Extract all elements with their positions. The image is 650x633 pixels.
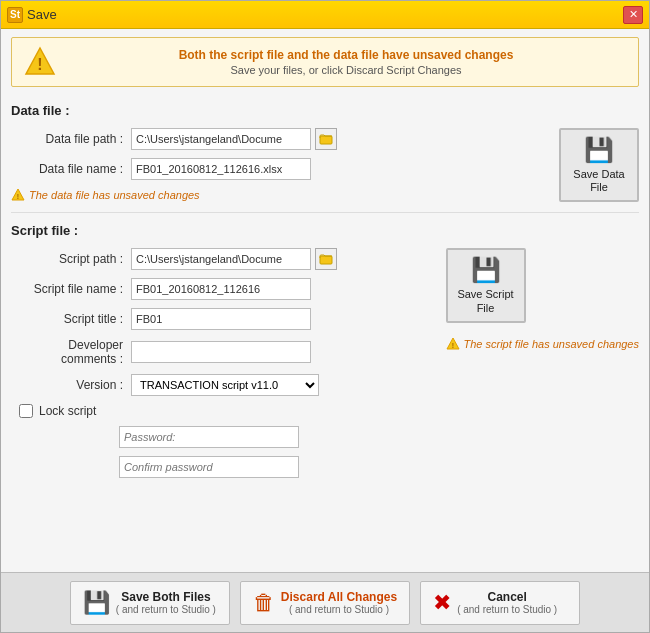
script-title-input[interactable] [131, 308, 311, 330]
version-select[interactable]: TRANSACTION script v11.0TRANSACTION scri… [131, 374, 319, 396]
save-data-file-button[interactable]: 💾 Save Data File [559, 128, 639, 202]
lock-script-row: Lock script [11, 404, 436, 418]
content-area: Data file : Data file path : [1, 95, 649, 572]
lock-script-checkbox[interactable] [19, 404, 33, 418]
confirm-password-row [19, 456, 436, 478]
script-filename-label: Script file name : [11, 282, 131, 296]
save-script-icon: 💾 [471, 256, 501, 284]
lock-script-label[interactable]: Lock script [39, 404, 96, 418]
folder-icon [319, 132, 333, 146]
save-both-main: Save Both Files [116, 590, 216, 604]
script-unsaved-text: The script file has unsaved changes [464, 338, 640, 350]
warning-icon: ! [24, 46, 56, 78]
svg-rect-2 [320, 136, 332, 144]
save-both-sub: ( and return to Studio ) [116, 604, 216, 615]
discard-main: Discard All Changes [281, 590, 397, 604]
data-section-title: Data file : [11, 103, 639, 118]
data-section-body: Data file path : Data f [11, 128, 639, 202]
script-title-label: Script title : [11, 312, 131, 326]
script-title-row: Script title : [11, 308, 436, 330]
confirm-password-input[interactable] [119, 456, 299, 478]
dev-comments-row: Developer comments : [11, 338, 436, 366]
data-unsaved-text: The data file has unsaved changes [29, 189, 200, 201]
svg-rect-5 [320, 256, 332, 264]
svg-text:!: ! [37, 56, 42, 73]
data-name-label: Data file name : [11, 162, 131, 176]
data-unsaved-warning: ! The data file has unsaved changes [11, 188, 549, 202]
script-warning-icon: ! [446, 337, 460, 351]
title-bar: St Save ✕ [1, 1, 649, 29]
script-form-fields: Script path : Script fi [11, 248, 436, 486]
app-icon: St [7, 7, 23, 23]
window-title: Save [27, 7, 57, 22]
version-label: Version : [11, 378, 131, 392]
script-save-column: 💾 Save Script File ! The script file has… [446, 248, 640, 486]
save-script-label: Save Script File [457, 288, 513, 314]
save-data-icon: 💾 [584, 136, 614, 164]
data-path-row: Data file path : [11, 128, 549, 150]
script-section-title: Script file : [11, 223, 639, 238]
svg-text:!: ! [451, 342, 453, 349]
confirm-password-input-wrap [119, 456, 436, 478]
password-row [19, 426, 436, 448]
warning-subtitle: Save your files, or click Discard Script… [230, 64, 461, 76]
close-button[interactable]: ✕ [623, 6, 643, 24]
data-warning-icon: ! [11, 188, 25, 202]
script-filename-input-wrap [131, 278, 436, 300]
dev-comments-input-wrap [131, 341, 436, 363]
save-both-icon: 💾 [83, 590, 110, 616]
footer: 💾 Save Both Files ( and return to Studio… [1, 572, 649, 632]
data-path-label: Data file path : [11, 132, 131, 146]
dev-comments-input[interactable] [131, 341, 311, 363]
svg-text:!: ! [17, 193, 19, 200]
script-file-section: Script file : Script path : [11, 223, 639, 496]
discard-all-button[interactable]: 🗑 Discard All Changes ( and return to St… [240, 581, 410, 625]
save-both-text: Save Both Files ( and return to Studio ) [116, 590, 216, 615]
discard-sub: ( and return to Studio ) [281, 604, 397, 615]
script-section-body: Script path : Script fi [11, 248, 639, 486]
data-name-input[interactable] [131, 158, 311, 180]
data-file-section: Data file : Data file path : [11, 103, 639, 213]
folder-icon-script [319, 252, 333, 266]
data-path-browse-button[interactable] [315, 128, 337, 150]
warning-banner: ! Both the script file and the data file… [11, 37, 639, 87]
cancel-sub: ( and return to Studio ) [457, 604, 557, 615]
script-unsaved-warning: ! The script file has unsaved changes [446, 337, 640, 351]
discard-text: Discard All Changes ( and return to Stud… [281, 590, 397, 615]
dialog-window: St Save ✕ ! Both the script file and the… [0, 0, 650, 633]
version-input-wrap: TRANSACTION script v11.0TRANSACTION scri… [131, 374, 436, 396]
save-both-button[interactable]: 💾 Save Both Files ( and return to Studio… [70, 581, 230, 625]
script-path-label: Script path : [11, 252, 131, 266]
warning-title: Both the script file and the data file h… [179, 48, 514, 62]
version-row: Version : TRANSACTION script v11.0TRANSA… [11, 374, 436, 396]
script-title-input-wrap [131, 308, 436, 330]
data-path-input[interactable] [131, 128, 311, 150]
script-path-browse-button[interactable] [315, 248, 337, 270]
password-input[interactable] [119, 426, 299, 448]
script-filename-input[interactable] [131, 278, 311, 300]
discard-icon: 🗑 [253, 590, 275, 616]
data-name-input-wrap [131, 158, 549, 180]
save-data-label: Save Data File [573, 168, 624, 194]
script-filename-row: Script file name : [11, 278, 436, 300]
cancel-text: Cancel ( and return to Studio ) [457, 590, 557, 615]
script-path-input[interactable] [131, 248, 311, 270]
script-path-row: Script path : [11, 248, 436, 270]
title-bar-left: St Save [7, 7, 117, 23]
dev-comments-label: Developer comments : [11, 338, 131, 366]
cancel-icon: ✖ [433, 590, 451, 616]
script-path-input-wrap [131, 248, 436, 270]
save-script-file-button[interactable]: 💾 Save Script File [446, 248, 526, 322]
data-form-fields: Data file path : Data f [11, 128, 549, 202]
password-input-wrap [119, 426, 436, 448]
cancel-main: Cancel [457, 590, 557, 604]
cancel-button[interactable]: ✖ Cancel ( and return to Studio ) [420, 581, 580, 625]
data-name-row: Data file name : [11, 158, 549, 180]
warning-text-block: Both the script file and the data file h… [66, 48, 626, 76]
data-path-input-wrap [131, 128, 549, 150]
